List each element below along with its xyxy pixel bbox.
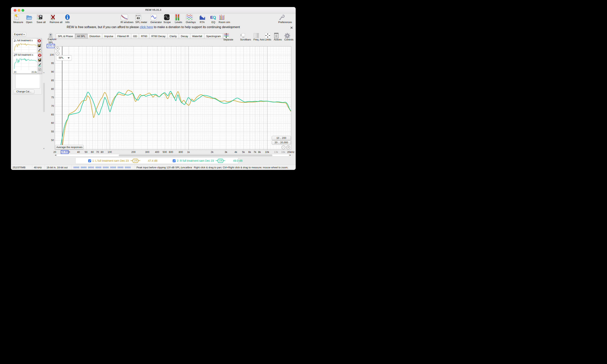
zoom-out-y-icon[interactable]: − — [56, 52, 59, 55]
separate-button[interactable]: Separate — [223, 33, 233, 41]
x-tick-label: 40 — [77, 151, 80, 154]
legend-bar: 1: L full treatment sam Dec 23 1/6 47.4 … — [75, 157, 238, 164]
notes-icon[interactable] — [38, 67, 41, 71]
svg-text:83: 83 — [137, 17, 140, 20]
x-tick-label: 20kHz — [287, 151, 294, 154]
toolbar-rta-button[interactable]: RTA — [199, 14, 205, 24]
toolbar-levels-button[interactable]: 0369Levels — [175, 14, 182, 24]
capture-button[interactable]: Capture — [48, 33, 56, 41]
x-tick-label: 16k — [281, 151, 285, 154]
spl-plot[interactable] — [55, 46, 291, 150]
tab-spectrogram[interactable]: Spectrogram — [204, 34, 223, 39]
y-tick-label: 65 — [46, 113, 54, 116]
zoom-out-x-icon[interactable]: − — [282, 145, 285, 149]
range-20-20000-button[interactable]: 20 .. 20,000 — [272, 140, 291, 145]
toolbar-generator-button[interactable]: Generator — [150, 14, 162, 24]
trace2-smoothing-icon[interactable]: 1/6 — [216, 159, 225, 163]
donation-link[interactable]: click here — [140, 25, 153, 29]
toolbar-info-button[interactable]: Info — [64, 14, 71, 24]
freq-axis-button[interactable]: Freq. Axis — [253, 33, 264, 41]
close-icon[interactable] — [38, 53, 41, 57]
overlays-icon — [186, 14, 196, 21]
svg-text:E: E — [210, 15, 213, 20]
close-icon[interactable] — [38, 39, 41, 43]
capture-label: Capture — [48, 38, 56, 41]
svg-text:3: 3 — [177, 16, 178, 17]
zoom-in-x-icon[interactable]: + — [286, 145, 290, 149]
ir-windows-icon — [121, 14, 133, 21]
svg-text:0: 0 — [177, 15, 178, 16]
generator-icon — [150, 14, 162, 21]
average-responses-button[interactable]: Average the responses — [55, 145, 84, 150]
limits-button[interactable]: Limits — [265, 33, 271, 41]
tab-waterfall[interactable]: Waterfall — [190, 34, 204, 39]
trace1-label: 1: L full treatment sam Dec 23 — [92, 159, 129, 162]
pen-icon[interactable] — [38, 48, 41, 52]
pen-icon[interactable] — [38, 63, 41, 66]
cursor-frequency-value[interactable]: 24.69 — [61, 150, 69, 154]
trace-select-dropdown[interactable]: SPL — [56, 55, 72, 61]
toolbar-ir-windows-button[interactable]: IR windows — [121, 14, 133, 24]
x-tick-label: 20 — [53, 151, 56, 154]
measurement-card-2[interactable]: 2R full treatment s 20 20.0k — [13, 53, 42, 74]
save-edit-icon[interactable] — [38, 44, 41, 47]
toolbar-open-button[interactable]: Open — [26, 14, 32, 24]
tab-decay[interactable]: Decay — [179, 34, 190, 39]
toolbar-room-sim-button[interactable]: Room sim — [219, 14, 230, 24]
trace1-checkbox[interactable] — [88, 159, 91, 162]
measurement-empty-slot — [15, 74, 40, 89]
scroll-up-icon[interactable]: ▲ — [43, 71, 45, 73]
tab-rt60[interactable]: RT60 — [139, 34, 149, 39]
y-tick-label: 50 — [46, 139, 54, 142]
sidebar-scrollbar-thumb[interactable] — [43, 83, 45, 112]
y-axis-top-value[interactable]: 105.0 — [47, 44, 55, 48]
toolbar-scope-button[interactable]: Scope — [164, 14, 171, 24]
room-sim-icon — [219, 14, 230, 21]
tab-impulse[interactable]: Impulse — [102, 34, 115, 39]
change-cal-button[interactable]: Change Cal... — [13, 90, 34, 94]
toolbar-spl-meter-button[interactable]: dB SPL83SPL meter — [135, 14, 147, 24]
controls-button[interactable]: Controls — [284, 33, 293, 41]
thumb-xmax-label: 20.0k — [31, 71, 37, 73]
tab-allspl[interactable]: All SPL — [75, 34, 88, 39]
x-tick-label: 200 — [131, 151, 136, 154]
h-scroll-thumb[interactable] — [119, 155, 272, 156]
measurement-title: 1L full treatment s — [14, 39, 35, 42]
tab-gd[interactable]: GD — [131, 34, 139, 39]
tab-distortion[interactable]: Distortion — [88, 34, 102, 39]
tab-clarity[interactable]: Clarity — [168, 34, 179, 39]
toolbar-measure-button[interactable]: Measure — [13, 14, 23, 24]
toolbar-eq-button[interactable]: EQEQ — [210, 14, 217, 24]
range-10-200-button[interactable]: 10 .. 200 — [272, 136, 291, 140]
actions-icon — [274, 33, 282, 38]
sidebar-scrollbar[interactable]: ▲ ▼ — [43, 71, 45, 150]
scrollbars-button[interactable]: Scrollbars — [240, 33, 251, 41]
zoom-in-y-icon[interactable]: + — [56, 47, 59, 51]
h-scroll-track[interactable] — [57, 154, 289, 156]
tab-filteredir[interactable]: Filtered IR — [115, 34, 131, 39]
tab-splphase[interactable]: SPL & Phase — [56, 34, 75, 39]
toolbar-save-all-button[interactable]: Save all — [37, 14, 46, 24]
chevron-right-icon: » — [23, 33, 25, 36]
toolbar-remove-all-button[interactable]: Remove all — [50, 14, 62, 24]
actions-button[interactable]: Actions — [274, 33, 282, 41]
thumb-xmin-label: 20 — [14, 71, 16, 73]
plot-h-scrollbar[interactable]: ◀ ▶ — [55, 154, 291, 156]
trace1-smoothing-icon[interactable]: 1/6 — [131, 159, 140, 163]
status-hint: Right click & drag to pan; Ctrl+Right cl… — [192, 165, 296, 170]
save-edit-icon[interactable] — [38, 58, 41, 62]
scroll-right-icon[interactable]: ▶ — [290, 154, 291, 156]
y-tick-label: 60 — [46, 121, 54, 124]
trace2-level-value: 49.0 dB — [233, 159, 243, 162]
expand-button[interactable]: Expand » — [13, 32, 26, 37]
toolbar-preferences-button[interactable]: Preferences — [278, 14, 292, 24]
scroll-down-icon[interactable]: ▼ — [43, 148, 45, 150]
trace2-checkbox[interactable] — [173, 159, 176, 162]
preferences-icon — [278, 14, 292, 21]
scroll-left-icon[interactable]: ◀ — [55, 154, 56, 156]
toolbar-overlays-button[interactable]: Overlays — [186, 14, 196, 24]
tab-rt60decay[interactable]: RT60 Decay — [149, 34, 168, 39]
donation-close-icon[interactable]: ✕ — [290, 26, 293, 30]
controls-icon — [284, 33, 293, 38]
measure-icon — [13, 14, 23, 21]
